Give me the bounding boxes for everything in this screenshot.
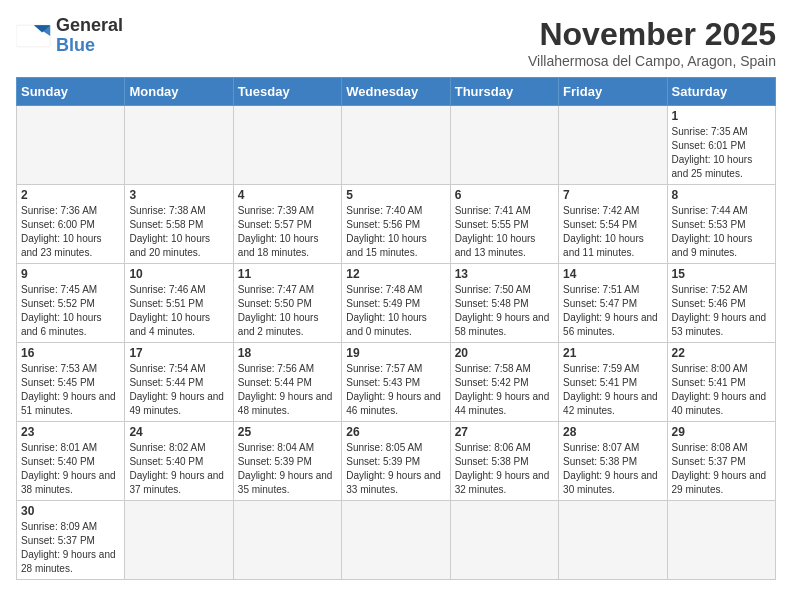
calendar-header-row: SundayMondayTuesdayWednesdayThursdayFrid… [17,78,776,106]
calendar-day-cell: 10Sunrise: 7:46 AM Sunset: 5:51 PM Dayli… [125,264,233,343]
calendar-day-cell: 17Sunrise: 7:54 AM Sunset: 5:44 PM Dayli… [125,343,233,422]
calendar-day-cell: 2Sunrise: 7:36 AM Sunset: 6:00 PM Daylig… [17,185,125,264]
day-number: 11 [238,267,337,281]
day-info: Sunrise: 8:01 AM Sunset: 5:40 PM Dayligh… [21,441,120,497]
day-of-week-header: Tuesday [233,78,341,106]
calendar-day-cell [559,106,667,185]
day-number: 17 [129,346,228,360]
day-info: Sunrise: 7:45 AM Sunset: 5:52 PM Dayligh… [21,283,120,339]
day-number: 7 [563,188,662,202]
day-info: Sunrise: 8:09 AM Sunset: 5:37 PM Dayligh… [21,520,120,576]
day-number: 24 [129,425,228,439]
day-info: Sunrise: 8:08 AM Sunset: 5:37 PM Dayligh… [672,441,771,497]
day-info: Sunrise: 7:48 AM Sunset: 5:49 PM Dayligh… [346,283,445,339]
calendar-day-cell: 13Sunrise: 7:50 AM Sunset: 5:48 PM Dayli… [450,264,558,343]
calendar-day-cell: 22Sunrise: 8:00 AM Sunset: 5:41 PM Dayli… [667,343,775,422]
calendar-day-cell: 26Sunrise: 8:05 AM Sunset: 5:39 PM Dayli… [342,422,450,501]
calendar-day-cell: 5Sunrise: 7:40 AM Sunset: 5:56 PM Daylig… [342,185,450,264]
day-number: 19 [346,346,445,360]
day-number: 25 [238,425,337,439]
day-info: Sunrise: 7:39 AM Sunset: 5:57 PM Dayligh… [238,204,337,260]
calendar-day-cell: 25Sunrise: 8:04 AM Sunset: 5:39 PM Dayli… [233,422,341,501]
day-info: Sunrise: 7:57 AM Sunset: 5:43 PM Dayligh… [346,362,445,418]
day-number: 5 [346,188,445,202]
day-number: 30 [21,504,120,518]
day-number: 16 [21,346,120,360]
day-number: 15 [672,267,771,281]
calendar-week-row: 30Sunrise: 8:09 AM Sunset: 5:37 PM Dayli… [17,501,776,580]
day-number: 13 [455,267,554,281]
day-number: 22 [672,346,771,360]
calendar-day-cell: 11Sunrise: 7:47 AM Sunset: 5:50 PM Dayli… [233,264,341,343]
calendar-day-cell [342,106,450,185]
day-number: 23 [21,425,120,439]
day-number: 2 [21,188,120,202]
day-of-week-header: Thursday [450,78,558,106]
day-info: Sunrise: 7:50 AM Sunset: 5:48 PM Dayligh… [455,283,554,339]
day-of-week-header: Friday [559,78,667,106]
calendar-day-cell: 3Sunrise: 7:38 AM Sunset: 5:58 PM Daylig… [125,185,233,264]
day-info: Sunrise: 8:04 AM Sunset: 5:39 PM Dayligh… [238,441,337,497]
day-info: Sunrise: 7:56 AM Sunset: 5:44 PM Dayligh… [238,362,337,418]
day-number: 14 [563,267,662,281]
day-info: Sunrise: 7:53 AM Sunset: 5:45 PM Dayligh… [21,362,120,418]
calendar-week-row: 1Sunrise: 7:35 AM Sunset: 6:01 PM Daylig… [17,106,776,185]
day-info: Sunrise: 8:00 AM Sunset: 5:41 PM Dayligh… [672,362,771,418]
calendar-day-cell [233,106,341,185]
day-of-week-header: Wednesday [342,78,450,106]
day-number: 4 [238,188,337,202]
calendar-day-cell: 7Sunrise: 7:42 AM Sunset: 5:54 PM Daylig… [559,185,667,264]
day-number: 20 [455,346,554,360]
day-info: Sunrise: 7:59 AM Sunset: 5:41 PM Dayligh… [563,362,662,418]
calendar-day-cell: 19Sunrise: 7:57 AM Sunset: 5:43 PM Dayli… [342,343,450,422]
title-block: November 2025 Villahermosa del Campo, Ar… [528,16,776,69]
day-of-week-header: Sunday [17,78,125,106]
day-number: 18 [238,346,337,360]
calendar-day-cell: 27Sunrise: 8:06 AM Sunset: 5:38 PM Dayli… [450,422,558,501]
location-text: Villahermosa del Campo, Aragon, Spain [528,53,776,69]
day-info: Sunrise: 7:54 AM Sunset: 5:44 PM Dayligh… [129,362,228,418]
day-info: Sunrise: 7:47 AM Sunset: 5:50 PM Dayligh… [238,283,337,339]
calendar-day-cell [559,501,667,580]
day-info: Sunrise: 7:51 AM Sunset: 5:47 PM Dayligh… [563,283,662,339]
calendar-day-cell [125,106,233,185]
day-info: Sunrise: 7:46 AM Sunset: 5:51 PM Dayligh… [129,283,228,339]
day-number: 29 [672,425,771,439]
day-of-week-header: Saturday [667,78,775,106]
day-number: 21 [563,346,662,360]
day-info: Sunrise: 7:41 AM Sunset: 5:55 PM Dayligh… [455,204,554,260]
calendar-day-cell: 6Sunrise: 7:41 AM Sunset: 5:55 PM Daylig… [450,185,558,264]
day-info: Sunrise: 7:42 AM Sunset: 5:54 PM Dayligh… [563,204,662,260]
calendar-week-row: 23Sunrise: 8:01 AM Sunset: 5:40 PM Dayli… [17,422,776,501]
day-number: 26 [346,425,445,439]
day-number: 12 [346,267,445,281]
calendar-week-row: 16Sunrise: 7:53 AM Sunset: 5:45 PM Dayli… [17,343,776,422]
day-number: 10 [129,267,228,281]
day-number: 3 [129,188,228,202]
calendar-day-cell: 28Sunrise: 8:07 AM Sunset: 5:38 PM Dayli… [559,422,667,501]
day-info: Sunrise: 7:38 AM Sunset: 5:58 PM Dayligh… [129,204,228,260]
calendar-day-cell: 1Sunrise: 7:35 AM Sunset: 6:01 PM Daylig… [667,106,775,185]
day-info: Sunrise: 7:58 AM Sunset: 5:42 PM Dayligh… [455,362,554,418]
calendar-day-cell: 21Sunrise: 7:59 AM Sunset: 5:41 PM Dayli… [559,343,667,422]
calendar-table: SundayMondayTuesdayWednesdayThursdayFrid… [16,77,776,580]
calendar-day-cell: 29Sunrise: 8:08 AM Sunset: 5:37 PM Dayli… [667,422,775,501]
logo-text: General Blue [56,16,123,56]
day-info: Sunrise: 8:02 AM Sunset: 5:40 PM Dayligh… [129,441,228,497]
day-number: 8 [672,188,771,202]
generalblue-logo-icon [16,18,52,54]
calendar-day-cell: 12Sunrise: 7:48 AM Sunset: 5:49 PM Dayli… [342,264,450,343]
calendar-day-cell: 4Sunrise: 7:39 AM Sunset: 5:57 PM Daylig… [233,185,341,264]
calendar-day-cell: 18Sunrise: 7:56 AM Sunset: 5:44 PM Dayli… [233,343,341,422]
calendar-day-cell: 20Sunrise: 7:58 AM Sunset: 5:42 PM Dayli… [450,343,558,422]
calendar-week-row: 9Sunrise: 7:45 AM Sunset: 5:52 PM Daylig… [17,264,776,343]
calendar-day-cell [17,106,125,185]
calendar-day-cell [450,501,558,580]
calendar-day-cell: 30Sunrise: 8:09 AM Sunset: 5:37 PM Dayli… [17,501,125,580]
calendar-day-cell: 8Sunrise: 7:44 AM Sunset: 5:53 PM Daylig… [667,185,775,264]
calendar-day-cell: 9Sunrise: 7:45 AM Sunset: 5:52 PM Daylig… [17,264,125,343]
day-of-week-header: Monday [125,78,233,106]
day-number: 6 [455,188,554,202]
day-info: Sunrise: 7:52 AM Sunset: 5:46 PM Dayligh… [672,283,771,339]
calendar-day-cell [450,106,558,185]
